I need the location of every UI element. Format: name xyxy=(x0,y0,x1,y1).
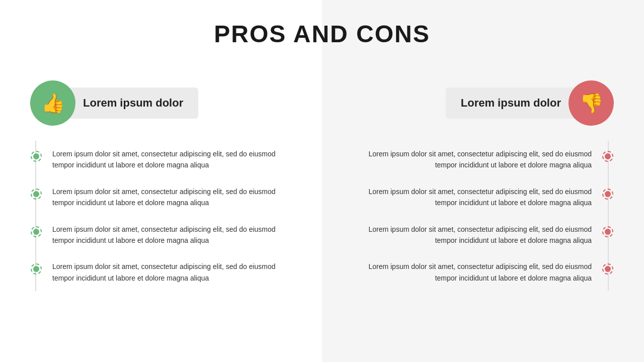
pros-dot-1 xyxy=(30,150,42,162)
cons-header: Lorem ipsum dolor 👎 xyxy=(352,80,614,126)
cons-item-text-1: Lorem ipsum dolor sit amet, consectetur … xyxy=(352,148,592,171)
cons-dot-4 xyxy=(602,263,614,275)
cons-dot-outer-4 xyxy=(602,263,613,275)
list-item: Lorem ipsum dolor sit amet, consectetur … xyxy=(352,216,614,254)
pros-dot-3 xyxy=(30,226,42,238)
cons-items-list: Lorem ipsum dolor sit amet, consectetur … xyxy=(352,141,614,291)
cons-dot-outer-2 xyxy=(602,189,613,200)
pros-icon-circle: 👍 xyxy=(30,80,75,126)
thumbs-down-icon: 👎 xyxy=(580,92,603,114)
cons-icon-circle: 👎 xyxy=(569,80,614,126)
list-item: Lorem ipsum dolor sit amet, consectetur … xyxy=(352,253,614,291)
pros-dot-inner-3 xyxy=(33,229,39,235)
cons-dot-inner-3 xyxy=(605,229,611,235)
list-item: Lorem ipsum dolor sit amet, consectetur … xyxy=(352,141,614,178)
pros-item-text-4: Lorem ipsum dolor sit amet, consectetur … xyxy=(52,261,292,284)
title-bar: PROS AND CONS xyxy=(0,0,644,58)
cons-item-text-3: Lorem ipsum dolor sit amet, consectetur … xyxy=(352,224,592,246)
pros-item-text-3: Lorem ipsum dolor sit amet, consectetur … xyxy=(52,224,292,246)
cons-dot-inner-4 xyxy=(605,266,611,272)
cons-item-text-4: Lorem ipsum dolor sit amet, consectetur … xyxy=(352,261,592,284)
list-item: Lorem ipsum dolor sit amet, consectetur … xyxy=(352,178,614,216)
cons-dot-outer-3 xyxy=(602,226,613,237)
main-container: PROS AND CONS 👍 Lorem ipsum dolor Lorem … xyxy=(0,0,644,362)
pros-dot-outer-1 xyxy=(31,151,42,162)
pros-items-list: Lorem ipsum dolor sit amet, consectetur … xyxy=(30,141,292,291)
list-item: Lorem ipsum dolor sit amet, consectetur … xyxy=(30,141,292,178)
pros-dot-inner-1 xyxy=(33,153,39,159)
pros-dot-inner-2 xyxy=(33,191,39,197)
cons-dot-3 xyxy=(602,226,614,238)
thumbs-up-icon: 👍 xyxy=(41,92,65,114)
pros-item-text-2: Lorem ipsum dolor sit amet, consectetur … xyxy=(52,186,292,209)
cons-header-label: Lorem ipsum dolor xyxy=(446,87,576,119)
cons-dot-outer-1 xyxy=(602,151,613,162)
pros-dot-outer-4 xyxy=(31,263,42,275)
cons-dot-1 xyxy=(602,150,614,162)
pros-dot-2 xyxy=(30,188,42,200)
cons-dot-inner-2 xyxy=(605,191,611,197)
cons-dot-inner-1 xyxy=(605,153,611,159)
pros-header: 👍 Lorem ipsum dolor xyxy=(30,80,292,126)
pros-dot-inner-4 xyxy=(33,266,39,272)
pros-dot-4 xyxy=(30,263,42,275)
list-item: Lorem ipsum dolor sit amet, consectetur … xyxy=(30,178,292,216)
list-item: Lorem ipsum dolor sit amet, consectetur … xyxy=(30,216,292,254)
page-title: PROS AND CONS xyxy=(214,20,430,48)
pros-header-label: Lorem ipsum dolor xyxy=(68,87,198,119)
pros-dot-outer-2 xyxy=(31,189,42,200)
pros-dot-outer-3 xyxy=(31,226,42,237)
cons-dot-2 xyxy=(602,188,614,200)
list-item: Lorem ipsum dolor sit amet, consectetur … xyxy=(30,253,292,291)
pros-item-text-1: Lorem ipsum dolor sit amet, consectetur … xyxy=(52,148,292,171)
cons-item-text-2: Lorem ipsum dolor sit amet, consectetur … xyxy=(352,186,592,209)
